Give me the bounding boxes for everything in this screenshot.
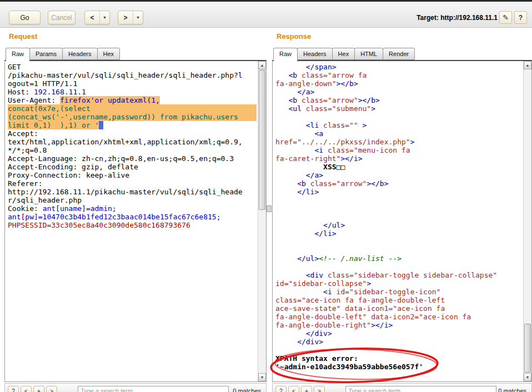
request-search-bar: ? < + > 0 matches	[4, 383, 267, 392]
scroll-up-icon: ▲	[260, 63, 264, 67]
edit-target-button[interactable]: ✎	[499, 11, 512, 24]
search-input[interactable]	[345, 386, 496, 392]
splitter-grip[interactable]	[267, 205, 272, 212]
scroll-up-icon: ▲	[526, 63, 530, 67]
request-editor[interactable]: GET/pikachu-master/vul/sqli/sqli_header/…	[4, 60, 267, 382]
scroll-down-button[interactable]: ▼	[258, 373, 266, 381]
response-scroll-thumb[interactable]	[524, 324, 531, 373]
tab-headers[interactable]: Headers	[297, 48, 333, 60]
history-forward-button[interactable]: > ▼	[118, 11, 143, 24]
forward-dropdown-icon[interactable]: ▼	[133, 11, 143, 24]
request-panel: Request RawParamsHeadersHex GET/pikachu-…	[4, 29, 267, 392]
tab-headers[interactable]: Headers	[62, 48, 98, 60]
tab-raw[interactable]: Raw	[6, 48, 30, 62]
tab-html[interactable]: HTML	[354, 48, 383, 60]
scroll-down-icon: ▼	[526, 375, 530, 379]
response-panel: Response RawHeadersHexHTMLRender </span>…	[272, 29, 532, 392]
back-icon[interactable]: <	[85, 11, 100, 24]
request-title: Request	[9, 32, 37, 41]
search-prev-button[interactable]: <	[21, 386, 32, 392]
history-back-button[interactable]: < ▼	[84, 11, 110, 24]
target-url: http://192.168.11.1	[440, 14, 498, 22]
forward-icon[interactable]: >	[118, 11, 133, 24]
search-add-button[interactable]: +	[301, 386, 312, 392]
search-prev-button[interactable]: <	[288, 386, 299, 392]
response-viewer: </span> <b class="arrow fafa-angle-down"…	[272, 60, 532, 382]
match-count: 0 matches	[233, 388, 263, 392]
request-scrollbar[interactable]: ▲ ▼	[258, 61, 266, 381]
tab-hex[interactable]: Hex	[97, 48, 121, 60]
tab-raw[interactable]: Raw	[273, 48, 298, 62]
scroll-up-button[interactable]: ▲	[258, 61, 266, 69]
repeater-window: Go Cancel < ▼ > ▼ Target: http://192.168…	[0, 0, 532, 392]
response-scrollbar[interactable]: ▲ ▼	[523, 61, 531, 381]
scroll-up-button[interactable]: ▲	[524, 61, 531, 69]
tab-hex[interactable]: Hex	[332, 48, 355, 60]
request-scroll-thumb[interactable]	[259, 70, 265, 210]
response-title: Response	[277, 32, 311, 41]
pencil-icon: ✎	[503, 13, 509, 22]
response-text: </span> <b class="arrow fafa-angle-down"…	[275, 63, 522, 371]
go-button[interactable]: Go	[9, 11, 41, 24]
request-text: GET/pikachu-master/vul/sqli/sqli_header/…	[8, 63, 257, 229]
help-button[interactable]: ?	[514, 11, 527, 24]
toolbar: Go Cancel < ▼ > ▼ Target: http://192.168…	[0, 0, 532, 28]
search-next-button[interactable]: >	[46, 386, 57, 392]
tab-render[interactable]: Render	[383, 48, 415, 60]
search-add-button[interactable]: +	[33, 386, 44, 392]
target-label: Target: http://192.168.11.1	[416, 14, 498, 22]
search-next-button[interactable]: >	[314, 386, 325, 392]
target-caption: Target:	[416, 14, 439, 22]
cancel-button[interactable]: Cancel	[48, 11, 76, 24]
match-count: 0 matches	[498, 388, 529, 392]
help-icon: ?	[519, 14, 523, 22]
search-help-button[interactable]: ?	[8, 386, 19, 392]
search-input[interactable]	[78, 386, 229, 392]
tab-params[interactable]: Params	[29, 48, 63, 60]
back-dropdown-icon[interactable]: ▼	[100, 11, 109, 24]
response-search-bar: ? < + > 0 matches	[272, 383, 532, 392]
request-tabs: RawParamsHeadersHex	[6, 46, 119, 60]
search-help-button[interactable]: ?	[275, 386, 287, 392]
scroll-down-icon: ▼	[260, 375, 264, 379]
scroll-down-button[interactable]: ▼	[524, 373, 531, 381]
response-tabs: RawHeadersHexHTMLRender	[273, 46, 414, 60]
